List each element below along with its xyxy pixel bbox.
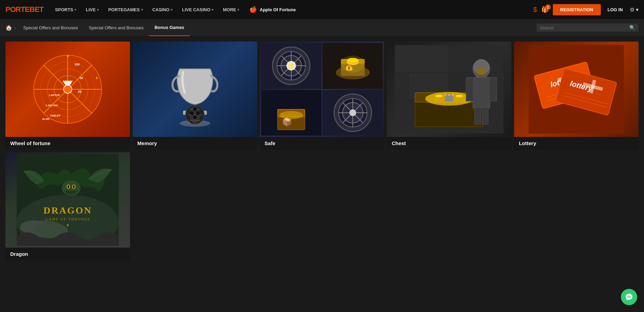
svg-point-35	[288, 63, 294, 68]
svg-text:50: 50	[80, 76, 83, 80]
logo-prefix: PORTE	[5, 5, 30, 14]
logo-suffix: BET	[30, 5, 44, 14]
game-card-chest[interactable]: Chest	[387, 42, 511, 150]
nav-more[interactable]: MORE ▾	[218, 0, 244, 19]
nav-live[interactable]: LIVE ▾	[81, 0, 103, 19]
settings-button[interactable]: ⚙ ▾	[630, 6, 639, 13]
header-right: $ 🎁 1 REGISTRATION LOG IN ⚙ ▾	[533, 4, 639, 15]
search-area: 🔍	[536, 24, 639, 32]
svg-rect-68	[473, 77, 490, 108]
tab-bonus-games[interactable]: Bonus Games	[149, 19, 189, 36]
tab-special-offers[interactable]: Special Offers and Bonuses	[83, 19, 149, 36]
svg-text:1 000 000: 1 000 000	[46, 104, 58, 107]
breadcrumb-bar: 🏠 › Special Offers and Bonuses Special O…	[0, 19, 644, 36]
wheel-of-fortune-label: Wheel of fortune	[5, 137, 130, 150]
games-grid-row2: DRAGON GAME OF THRONES ♦ Dragon	[5, 152, 639, 260]
svg-rect-72	[482, 107, 488, 124]
games-grid-row1: 100 50 25 LAPTOP 1 000 000 TABLET 00 000…	[5, 42, 639, 150]
dollar-icon[interactable]: $	[533, 6, 537, 14]
register-button[interactable]: REGISTRATION	[553, 4, 601, 15]
svg-rect-75	[445, 95, 453, 102]
promo-item[interactable]: 🍎 Apple Of Fortune	[249, 6, 296, 13]
svg-text:00 000: 00 000	[42, 118, 50, 120]
svg-text:LAPTOP: LAPTOP	[49, 94, 60, 97]
promo-label: Apple Of Fortune	[260, 7, 296, 12]
gift-button[interactable]: 🎁 1	[541, 6, 549, 13]
nav-casino[interactable]: CASINO ▾	[148, 0, 178, 19]
svg-text:📦: 📦	[282, 117, 292, 127]
chest-image	[387, 42, 511, 137]
breadcrumb-parent[interactable]: Special Offers and Bonuses	[18, 19, 83, 36]
svg-point-97	[67, 185, 69, 188]
safe-image: 💰 📦	[260, 42, 384, 137]
dragon-label: Dragon	[5, 248, 130, 260]
svg-text:♦: ♦	[66, 222, 69, 228]
svg-point-65	[455, 94, 463, 98]
svg-text:GAME OF THRONES: GAME OF THRONES	[45, 217, 90, 221]
main-content: 100 50 25 LAPTOP 1 000 000 TABLET 00 000…	[0, 36, 644, 266]
svg-text:DRAGON: DRAGON	[44, 205, 92, 216]
svg-point-63	[435, 94, 443, 98]
nav-portegames[interactable]: PORTEGAMES ▾	[103, 0, 147, 19]
game-card-safe[interactable]: 💰 📦	[260, 42, 384, 150]
apple-icon: 🍎	[249, 6, 257, 13]
lottery-label: Lottery	[514, 137, 639, 150]
svg-rect-71	[475, 107, 481, 124]
game-card-dragon[interactable]: DRAGON GAME OF THRONES ♦ Dragon	[5, 152, 130, 260]
main-nav: SPORTS ▾ LIVE ▾ PORTEGAMES ▾ CASINO ▾ LI…	[50, 0, 531, 19]
login-button[interactable]: LOG IN	[605, 7, 626, 12]
breadcrumb-sep: ›	[14, 25, 16, 30]
svg-text:25: 25	[78, 90, 81, 93]
svg-text:💰: 💰	[345, 63, 353, 71]
svg-point-16	[64, 85, 72, 93]
game-card-wheel-of-fortune[interactable]: 100 50 25 LAPTOP 1 000 000 TABLET 00 000…	[5, 42, 130, 150]
memory-label: Memory	[133, 137, 257, 150]
chest-label: Chest	[387, 137, 511, 150]
memory-image	[133, 42, 257, 137]
wheel-image: 100 50 25 LAPTOP 1 000 000 TABLET 00 000…	[5, 42, 130, 137]
header: PORTEBET SPORTS ▾ LIVE ▾ PORTEGAMES ▾ CA…	[0, 0, 644, 19]
search-icon[interactable]: 🔍	[629, 25, 635, 30]
svg-text:★: ★	[95, 76, 98, 80]
gift-badge: 1	[545, 4, 551, 10]
logo[interactable]: PORTEBET	[5, 5, 44, 14]
svg-rect-69	[466, 77, 474, 101]
nav-live-casino[interactable]: LIVE CASINO ▾	[177, 0, 218, 19]
nav-sports[interactable]: SPORTS ▾	[50, 0, 81, 19]
svg-text:100: 100	[75, 63, 80, 66]
svg-rect-70	[489, 77, 497, 101]
lottery-image: lottery lottery	[514, 42, 639, 137]
svg-point-74	[476, 68, 486, 75]
safe-label: Safe	[260, 137, 384, 150]
svg-text:★: ★	[66, 54, 69, 58]
home-icon[interactable]: 🏠	[5, 25, 12, 31]
search-input[interactable]	[540, 25, 627, 30]
svg-rect-56	[395, 45, 449, 72]
svg-point-98	[73, 185, 75, 188]
dragon-image: DRAGON GAME OF THRONES ♦	[5, 152, 130, 248]
game-card-lottery[interactable]: lottery lottery	[514, 42, 639, 150]
game-card-memory[interactable]: Memory	[133, 42, 257, 150]
svg-point-54	[349, 109, 356, 116]
svg-text:TABLET: TABLET	[50, 114, 61, 117]
